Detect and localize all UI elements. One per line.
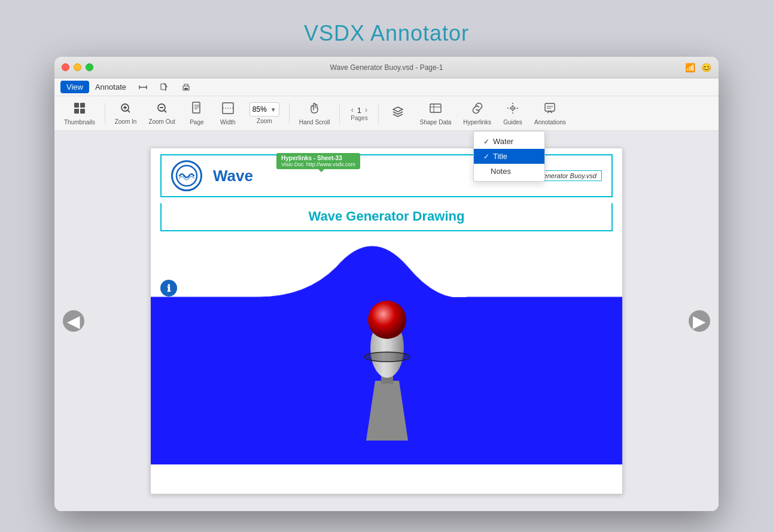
tooltip-visio-label: Visio Doc [281,161,304,167]
menu-view[interactable]: View [60,81,89,93]
zoom-out-button[interactable]: Zoom Out [144,100,179,127]
titlebar-right-icons: 📶 😊 [685,63,711,72]
thumbnails-icon [73,102,86,118]
guides-icon [506,102,519,118]
svg-rect-2 [184,88,188,90]
zoom-label: Zoom [257,118,272,124]
annotations-button[interactable]: Annotations [529,99,571,128]
page-subtitle: Wave Generator Drawing [162,203,611,230]
titlebar-buttons [62,63,93,71]
header-title-text: Wave [213,167,253,185]
pages-number: 1 [357,106,361,115]
svg-line-10 [128,110,130,112]
zoom-percent-group: ▼ Zoom [245,100,284,127]
zoom-dropdown-arrow[interactable]: ▼ [270,106,276,113]
zoom-input-wrap: ▼ [249,102,279,117]
menu-print[interactable] [175,80,197,94]
page-button[interactable]: Page [182,99,211,128]
svg-rect-26 [545,103,555,111]
svg-rect-14 [193,102,200,113]
minimize-button[interactable] [74,63,81,71]
dropdown-item-notes[interactable]: Notes [474,164,544,179]
wave-logo-svg [175,164,198,187]
toolbar-sep-3 [339,103,340,124]
toolbar-sep-2 [289,103,290,124]
svg-rect-5 [74,109,79,114]
user-icon: 😊 [701,63,711,72]
toolbar-sep-4 [378,103,379,124]
zoom-in-label: Zoom In [115,118,137,125]
hyperlinks-icon [471,102,484,118]
dropdown-item-title[interactable]: Title [474,149,544,164]
width-icon [221,102,235,118]
zoom-out-icon [156,102,168,117]
hand-scroll-label: Hand Scroll [299,119,330,126]
guides-button[interactable]: Guides [498,99,527,128]
shape-data-icon [429,102,442,118]
svg-rect-20 [430,104,441,112]
hand-scroll-icon [308,102,321,118]
wifi-icon: 📶 [685,63,695,72]
logo-circle [171,160,202,191]
menubar: View Annotate [54,78,719,96]
content-area: ◀ ▶ Hyperlinks - Sheet-33 Visio Doc http… [54,131,719,511]
thumbnails-label: Thumbnails [64,119,95,126]
zoom-input[interactable] [252,105,270,114]
maximize-button[interactable] [86,63,93,71]
layers-dropdown: Water Title Notes [473,131,545,182]
svg-rect-3 [74,103,79,108]
pages-prev-arrow[interactable]: ‹ [351,106,354,114]
window-title: Wave Generator Buoy.vsd - Page-1 [330,63,443,72]
layers-button[interactable] [384,103,412,124]
page-label: Page [190,119,203,126]
menu-export[interactable] [154,80,175,94]
tooltip-title: Hyperlinks - Sheet-33 [281,155,355,161]
zoom-in-button[interactable]: Zoom In [110,100,142,127]
window: Wave Generator Buoy.vsd - Page-1 📶 😊 Vie… [54,57,719,511]
toolbar: Thumbnails Zoom In [54,96,719,131]
svg-point-35 [368,301,406,339]
nav-right-arrow[interactable]: ▶ [689,310,710,332]
shape-data-button[interactable]: Shape Data [415,99,456,128]
nav-left-arrow[interactable]: ◀ [63,310,84,332]
hyperlink-tooltip: Hyperlinks - Sheet-33 Visio Doc http://w… [276,153,360,169]
width-label: Width [220,119,236,126]
water-label: Water [493,137,513,146]
annotations-label: Annotations [534,119,566,126]
menu-measure[interactable] [132,80,154,94]
app-title-label: VSDX Annotator [304,21,469,46]
thumbnails-button[interactable]: Thumbnails [59,99,100,128]
toolbar-sep-1 [105,103,105,124]
zoom-in-icon [120,102,132,117]
page-icon [191,102,203,118]
svg-rect-4 [80,103,85,108]
svg-rect-6 [80,109,85,114]
hyperlinks-label: Hyperlinks [463,119,491,126]
page-subtitle-row: Wave Generator Drawing [160,203,613,231]
pages-label: Pages [351,115,367,121]
shape-data-label: Shape Data [419,119,451,126]
width-button[interactable]: Width [214,99,242,128]
wave-drawing-area [151,231,622,467]
annotations-icon [543,102,556,118]
close-button[interactable] [62,63,69,71]
notes-label: Notes [491,167,511,176]
hyperlinks-button[interactable]: Hyperlinks [458,99,496,128]
menu-annotate[interactable]: Annotate [89,81,132,93]
dropdown-item-water[interactable]: Water [474,134,544,149]
info-icon[interactable]: ℹ [160,280,177,296]
hand-scroll-button[interactable]: Hand Scroll [294,99,335,128]
layers-icon [391,105,404,121]
pages-nav: ‹ 1 › Pages [345,103,373,124]
title-label: Title [493,152,507,161]
zoom-out-label: Zoom Out [148,118,175,125]
titlebar: Wave Generator Buoy.vsd - Page-1 📶 😊 [54,57,719,78]
guides-label: Guides [503,119,522,126]
page-canvas: Hyperlinks - Sheet-33 Visio Doc http://w… [150,148,623,494]
tooltip-url: http://www.vsdx.com [306,161,355,167]
pages-next-arrow[interactable]: › [365,106,367,114]
svg-line-13 [164,110,166,112]
